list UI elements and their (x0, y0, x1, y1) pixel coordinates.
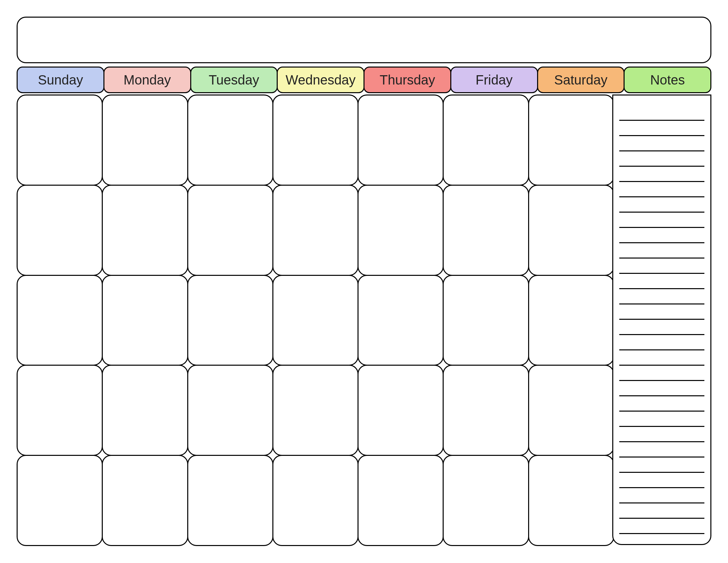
day-cell[interactable] (443, 185, 529, 276)
day-cell[interactable] (17, 94, 103, 186)
day-cell[interactable] (17, 185, 103, 276)
note-line[interactable] (619, 289, 704, 305)
note-line[interactable] (619, 412, 704, 427)
day-cell[interactable] (358, 455, 444, 546)
header-thursday: Thursday (364, 67, 451, 93)
note-line[interactable] (619, 427, 704, 442)
day-cell[interactable] (358, 94, 444, 186)
header-tuesday: Tuesday (190, 67, 278, 93)
day-cell[interactable] (528, 94, 614, 186)
day-cell[interactable] (187, 455, 273, 546)
calendar-page: Sunday Monday Tuesday Wednesday Thursday… (17, 17, 711, 545)
day-cell[interactable] (358, 185, 444, 276)
day-cell[interactable] (528, 275, 614, 366)
header-sunday: Sunday (17, 67, 104, 93)
day-cell[interactable] (17, 275, 103, 366)
note-line[interactable] (619, 396, 704, 412)
day-cell[interactable] (528, 455, 614, 546)
note-line[interactable] (619, 182, 704, 197)
note-line[interactable] (619, 381, 704, 396)
note-line[interactable] (619, 136, 704, 151)
note-line[interactable] (619, 442, 704, 458)
day-cell[interactable] (102, 455, 188, 546)
day-cell[interactable] (17, 365, 103, 456)
day-cell[interactable] (187, 365, 273, 456)
header-monday: Monday (103, 67, 191, 93)
day-cell[interactable] (443, 275, 529, 366)
header-saturday: Saturday (537, 67, 625, 93)
note-line[interactable] (619, 320, 704, 335)
note-line[interactable] (619, 167, 704, 182)
note-line[interactable] (619, 151, 704, 167)
day-cell[interactable] (102, 185, 188, 276)
day-cell[interactable] (272, 455, 359, 546)
day-cell[interactable] (102, 365, 188, 456)
note-line[interactable] (619, 305, 704, 320)
day-cell[interactable] (358, 365, 444, 456)
notes-area[interactable] (612, 94, 711, 545)
note-line[interactable] (619, 488, 704, 503)
day-cell[interactable] (187, 185, 273, 276)
day-cell[interactable] (528, 185, 614, 276)
day-cell[interactable] (443, 94, 529, 186)
header-friday: Friday (450, 67, 538, 93)
day-cell[interactable] (528, 365, 614, 456)
note-line[interactable] (619, 458, 704, 473)
note-line[interactable] (619, 197, 704, 212)
day-cell[interactable] (358, 275, 444, 366)
note-line[interactable] (619, 503, 704, 519)
day-cell[interactable] (272, 275, 359, 366)
note-line[interactable] (619, 228, 704, 243)
note-line[interactable] (619, 473, 704, 488)
week-row (17, 94, 613, 185)
note-line[interactable] (619, 519, 704, 534)
day-cell[interactable] (272, 365, 359, 456)
day-cell[interactable] (187, 94, 273, 186)
day-cell[interactable] (102, 94, 188, 186)
day-cell[interactable] (187, 275, 273, 366)
note-line[interactable] (619, 351, 704, 366)
header-wednesday: Wednesday (277, 67, 364, 93)
day-cell[interactable] (272, 94, 359, 186)
day-cell[interactable] (443, 455, 529, 546)
note-line[interactable] (619, 274, 704, 289)
note-line[interactable] (619, 243, 704, 258)
note-line[interactable] (619, 335, 704, 351)
day-cell[interactable] (17, 455, 103, 546)
day-cell[interactable] (102, 275, 188, 366)
header-notes: Notes (624, 67, 711, 93)
calendar-grid (17, 94, 613, 545)
week-row (17, 455, 613, 545)
note-line[interactable] (619, 105, 704, 121)
note-line[interactable] (619, 212, 704, 228)
week-row (17, 365, 613, 455)
day-cell[interactable] (443, 365, 529, 456)
note-line[interactable] (619, 366, 704, 381)
title-box[interactable] (17, 17, 711, 63)
week-row (17, 185, 613, 275)
note-line[interactable] (619, 258, 704, 274)
calendar-body (17, 94, 711, 545)
header-row: Sunday Monday Tuesday Wednesday Thursday… (17, 67, 711, 93)
note-line[interactable] (619, 121, 704, 136)
day-cell[interactable] (272, 185, 359, 276)
week-row (17, 275, 613, 365)
